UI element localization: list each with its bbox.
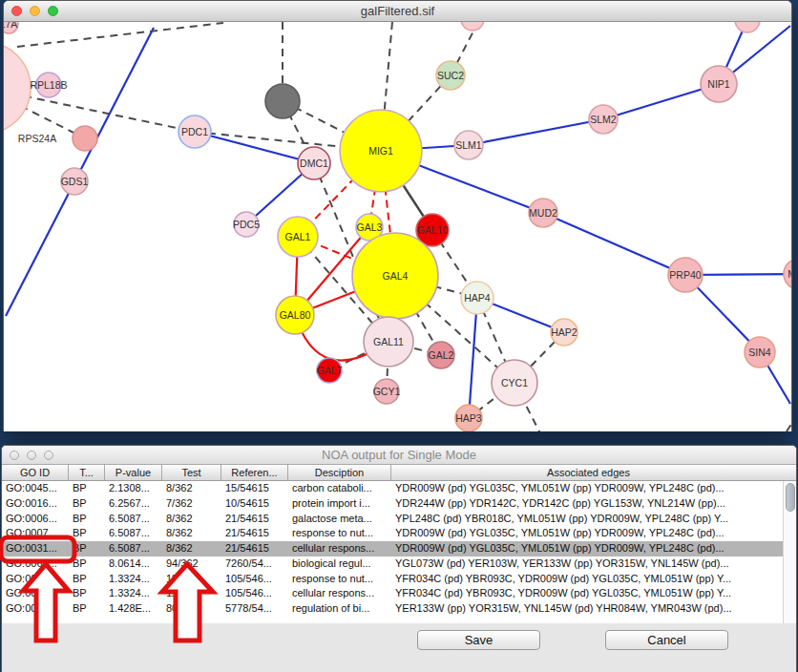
table-cell: BP [69,556,105,572]
table-cell: YPL248C (pd) YBR018C, YML051W (pp) YDR00… [391,512,785,527]
table-cell: 15/54615 [221,481,288,496]
table-cell: GO:0050... [2,601,69,617]
table-cell: BP [69,512,105,527]
network-graph: 17ARPL18BRPS24AGDS1PDC1DMC1MIG1SUC2SLM1S… [4,22,791,431]
table-cell: 6.2567... [105,496,162,512]
edge-blue [543,213,685,275]
table-cell: GO:0065... [2,556,69,572]
table-row[interactable]: GO:0045...BP2.1308...8/36215/54615carbon… [2,481,785,496]
node-bigleft[interactable] [4,42,31,134]
column-header[interactable]: Test [162,465,221,480]
column-header[interactable]: P-value [105,465,162,480]
table-cell: 6.5087... [105,526,162,541]
node-gray1[interactable] [265,84,300,118]
edge-gray-dash [4,88,195,132]
node-label-SUC2: SUC2 [437,70,464,81]
noa-window-titlebar[interactable]: NOA output for Single Mode [2,446,796,465]
table-row[interactable]: GO:0031...BP1.3324...11/362105/546...cel… [2,586,785,601]
table-row[interactable]: GO:0016...BP6.2567...7/36210/54615protei… [2,496,785,512]
table-cell: 8/362 [162,512,221,527]
table-cell: 105/546... [221,586,288,601]
node-label-GAL7: GAL7 [317,365,343,376]
node-topr[interactable] [735,22,760,32]
table-row[interactable]: GO:0050...BP1.428E...80/3625778/54...reg… [2,601,785,617]
table-cell: BP [69,601,105,617]
table-cell: GO:0016... [2,496,69,512]
column-header[interactable]: T... [69,465,105,480]
node-label-MIG1: MIG1 [368,145,393,157]
node-label-SLM2: SLM2 [590,114,617,125]
cancel-button[interactable]: Cancel [605,630,728,650]
button-panel: Save Cancel [2,623,796,672]
table-cell: 2.1308... [105,481,162,496]
table-cell: 5778/54... [221,601,288,617]
column-header[interactable]: Desciption [288,465,391,480]
network-window: galFiltered.sif 17ARPL18BRPS24AGDS1PDC1D… [3,0,792,431]
node-label-RPL18B: RPL18B [30,79,67,91]
table-cell: YFR034C (pd) YBR093C, YDR009W (pd) YGL03… [391,572,785,587]
table-row[interactable]: GO:0007...BP6.5087...8/36221/54615respon… [2,526,785,541]
table-cell: 8/362 [162,526,221,541]
edge-gray-dash [17,23,223,47]
table-cell: BP [69,526,105,541]
column-header[interactable]: Referen... [221,465,288,480]
node-label-GCY1: GCY1 [373,386,401,397]
table-row-selected[interactable]: GO:0031...BP6.5087...8/36221/54615cellul… [2,541,785,556]
results-table[interactable]: GO:0045...BP2.1308...8/36215/54615carbon… [2,481,785,623]
table-cell: 8/362 [162,481,221,496]
table-cell: 94/362 [162,556,221,572]
node-label-GAL2: GAL2 [429,349,454,361]
table-cell: response to nut... [288,572,391,587]
zoom-button[interactable] [48,6,58,16]
table-cell: response to nut... [288,526,391,541]
noa-output-window: NOA output for Single Mode GO IDT...P-va… [1,445,797,672]
node-label-HAP3: HAP3 [455,412,482,424]
node-label-GAL3: GAL3 [357,221,383,233]
close-button[interactable] [11,6,22,16]
network-window-titlebar[interactable]: galFiltered.sif [4,1,791,22]
node-topc[interactable] [461,22,484,31]
minimize-button[interactable] [30,6,40,16]
node-label-17A: 17A [4,22,17,30]
column-header[interactable]: Associated edges [391,465,786,480]
table-cell: protein import i... [288,496,391,512]
table-cell: 7/362 [162,496,221,512]
node-RPS24A[interactable] [73,126,97,151]
noa-window-title: NOA output for Single Mode [2,446,796,464]
table-cell: BP [69,496,105,512]
close-button[interactable] [10,451,19,460]
node-label-MSN: MSN [788,268,791,280]
node-label-MUD2: MUD2 [529,207,557,219]
network-canvas[interactable]: 17ARPL18BRPS24AGDS1PDC1DMC1MIG1SUC2SLM1S… [4,22,791,431]
table-cell: BP [69,481,105,496]
minimize-button[interactable] [27,451,36,460]
table-cell: biological regul... [288,556,391,572]
node-label-HAP2: HAP2 [551,326,578,338]
table-cell: BP [69,572,105,587]
table-cell: 1.3324... [105,572,162,587]
save-button[interactable]: Save [417,630,540,650]
vertical-scrollbar[interactable] [783,481,796,623]
table-cell: 6.5087... [105,541,162,556]
table-cell: cellular respons... [288,541,391,556]
edge-gray-dash [787,423,791,431]
table-cell: YDR009W (pd) YGL035C, YML051W (pp) YDR00… [391,481,785,496]
column-header[interactable]: GO ID [2,465,69,480]
table-cell: 7260/54... [221,556,288,572]
table-cell: 1.3324... [105,586,162,601]
table-cell: 80/362 [162,601,221,617]
node-label-GAL11: GAL11 [373,336,404,347]
table-cell: YGL073W (pd) YER103W, YER133W (pp) YOR31… [391,556,785,572]
table-row[interactable]: GO:0031...BP1.3324...11/362105/546...res… [2,572,785,587]
table-cell: GO:0031... [2,586,69,601]
table-row[interactable]: GO:0006...BP6.5087...8/36221/54615galact… [2,512,785,527]
zoom-button[interactable] [44,451,53,460]
scrollbar-thumb[interactable] [786,483,795,512]
table-row[interactable]: GO:0065...BP8.0614...94/3627260/54...bio… [2,556,785,572]
table-cell: YDR009W (pd) YGL035C, YML051W (pp) YDR00… [391,526,785,541]
node-label-HAP4: HAP4 [464,292,491,304]
table-cell: GO:0045... [2,481,69,496]
table-cell: 21/54615 [221,512,288,527]
table-cell: 21/54615 [221,541,288,556]
node-label-GDS1: GDS1 [61,176,89,187]
